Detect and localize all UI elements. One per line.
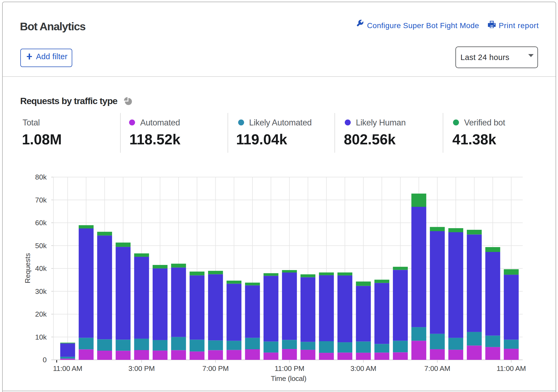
svg-text:0: 0 — [43, 356, 47, 364]
svg-text:70k: 70k — [35, 196, 47, 204]
svg-text:Time (local): Time (local) — [271, 374, 306, 383]
svg-text:60k: 60k — [35, 219, 47, 227]
svg-text:10k: 10k — [35, 333, 47, 341]
svg-text:11:00 PM: 11:00 PM — [275, 364, 304, 373]
svg-text:3:00 AM: 3:00 AM — [350, 364, 376, 373]
svg-text:7:00 PM: 7:00 PM — [202, 364, 229, 373]
svg-text:80k: 80k — [35, 173, 47, 181]
svg-text:11:00 AM: 11:00 AM — [497, 364, 526, 373]
svg-text:Requests: Requests — [24, 253, 32, 283]
svg-text:11:00 AM: 11:00 AM — [53, 364, 82, 373]
svg-text:30k: 30k — [35, 287, 47, 295]
svg-text:50k: 50k — [35, 242, 47, 250]
svg-text:7:00 AM: 7:00 AM — [424, 364, 450, 373]
svg-text:3:00 PM: 3:00 PM — [129, 364, 155, 373]
svg-text:20k: 20k — [35, 310, 47, 318]
svg-text:40k: 40k — [35, 264, 47, 273]
